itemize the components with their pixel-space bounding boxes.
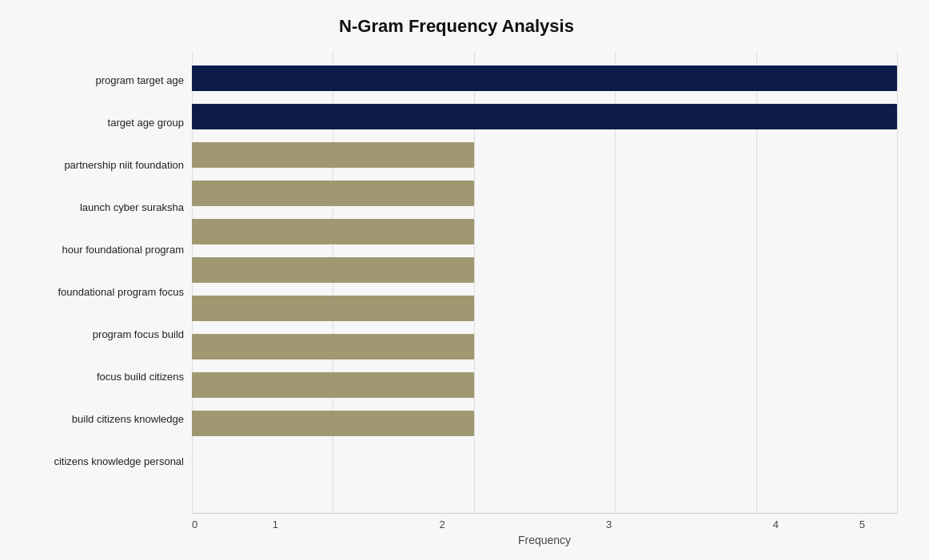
x-axis-label: Frequency — [192, 534, 897, 546]
y-label: launch cyber suraksha — [80, 189, 184, 227]
bar-row — [192, 366, 897, 404]
x-tick: 5 — [859, 518, 865, 530]
bar-program-target-age — [192, 66, 897, 91]
bars-container — [192, 51, 897, 451]
bar-row — [192, 97, 897, 136]
bar-row — [192, 174, 897, 212]
y-label: build citizens knowledge — [72, 400, 184, 439]
bar-row — [192, 212, 897, 251]
y-label: foundational program focus — [58, 273, 184, 312]
chart-container: N-Gram Frequency Analysis program target… — [0, 0, 929, 560]
y-label: focus build citizens — [97, 358, 184, 396]
bar-program-focus-build — [192, 296, 474, 321]
bar-row — [192, 251, 897, 289]
y-label: program target age — [95, 62, 184, 100]
bar-launch-cyber-suraksha — [192, 181, 474, 206]
bar-focus-build-citizens — [192, 334, 474, 359]
x-tick: 2 — [359, 518, 526, 530]
bar-build-citizens-knowledge — [192, 372, 474, 398]
bar-partnership-niit-foundation — [192, 142, 474, 168]
bar-target-age-group — [192, 104, 897, 129]
bar-row — [192, 328, 897, 366]
plot-area — [192, 51, 897, 513]
x-tick: 4 — [692, 518, 859, 530]
x-tick: 3 — [525, 518, 692, 530]
x-tick: 1 — [192, 518, 359, 530]
bar-row — [192, 289, 897, 328]
chart-title: N-Gram Frequency Analysis — [16, 16, 897, 37]
bar-foundational-program-focus — [192, 257, 474, 283]
y-label: hour foundational program — [62, 231, 185, 269]
y-label: citizens knowledge personal — [54, 443, 184, 481]
y-label: partnership niit foundation — [64, 146, 184, 185]
bar-row — [192, 136, 897, 174]
y-axis-labels: program target agetarget age grouppartne… — [16, 59, 192, 483]
grid-line — [897, 51, 898, 513]
bar-row — [192, 59, 897, 97]
bar-row — [192, 404, 897, 443]
y-label: program focus build — [93, 316, 184, 354]
y-label: target age group — [108, 104, 184, 142]
bar-citizens-knowledge-personal — [192, 411, 474, 436]
bar-hour-foundational-program — [192, 219, 474, 244]
x-axis-ticks: 012345 — [192, 513, 897, 530]
